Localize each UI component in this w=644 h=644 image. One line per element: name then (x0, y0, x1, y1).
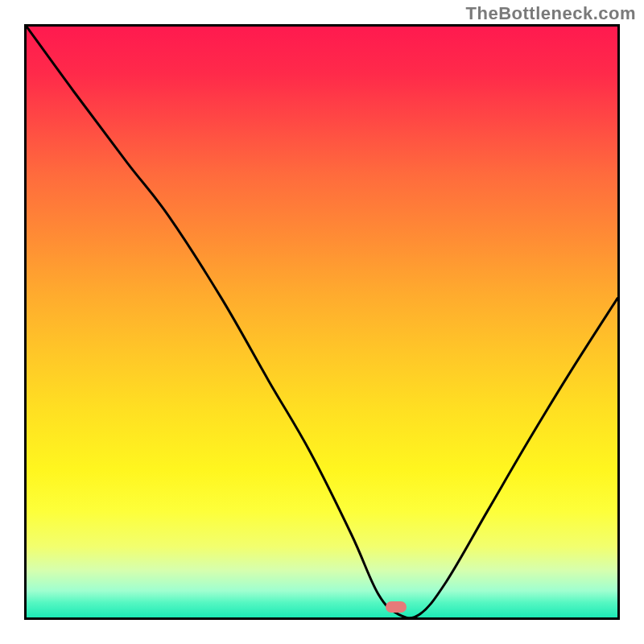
watermark-text: TheBottleneck.com (466, 3, 636, 24)
optimal-point-marker (386, 601, 407, 613)
bottleneck-curve-svg (27, 27, 617, 617)
bottleneck-curve-path (27, 27, 617, 617)
chart-container: TheBottleneck.com (0, 0, 644, 644)
plot-area (24, 24, 620, 620)
